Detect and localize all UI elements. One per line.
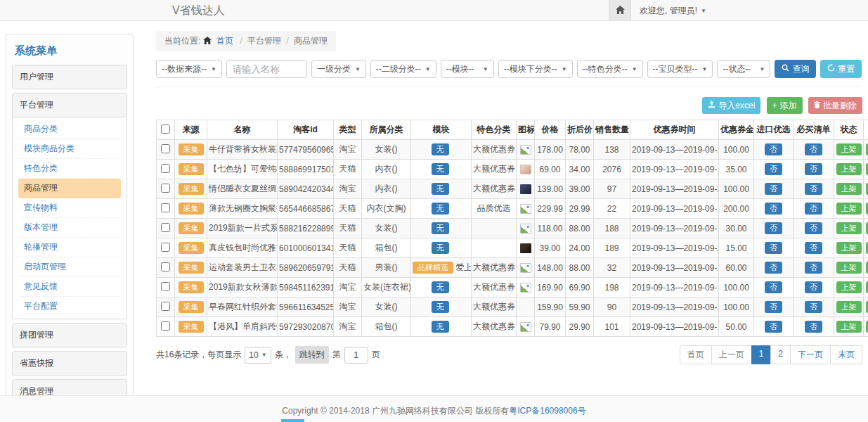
row-checkbox[interactable] [161,144,170,153]
must-buy-badge[interactable]: 否 [805,281,822,293]
must-buy-badge[interactable]: 否 [805,301,822,313]
must-buy-badge[interactable]: 否 [805,143,822,155]
sidebar-item[interactable]: 省惠快报 [12,351,127,376]
status-badge[interactable]: 上架 [836,163,862,175]
import-select-badge[interactable]: 否 [765,143,782,155]
submenu-link[interactable]: 启动页管理 [18,257,121,277]
column-header[interactable]: 所属分类 [362,120,411,140]
filter-select[interactable]: 一级分类 ▼ [311,60,366,78]
import-select-badge[interactable]: 否 [765,183,782,195]
filter-select[interactable]: --特色分类-- ▼ [577,60,643,78]
sidebar-item-label[interactable]: 平台管理 [13,94,127,117]
must-buy-badge[interactable]: 否 [805,262,822,274]
import-select-badge[interactable]: 否 [765,242,782,254]
column-header[interactable]: 进口优选 [754,120,793,140]
must-buy-badge[interactable]: 否 [805,163,822,175]
column-header[interactable]: 折后价 [566,120,594,140]
must-buy-badge[interactable]: 否 [805,321,822,333]
data-source-select[interactable]: --数据来源-- ▼ [156,60,222,78]
page-button[interactable]: 上一页 [711,345,752,364]
filter-select[interactable]: --宝贝类型-- ▼ [647,60,713,78]
name-search-input[interactable] [226,60,307,78]
column-header[interactable]: 图标 [517,120,535,140]
column-header[interactable]: 特色分类 [472,120,517,140]
row-checkbox[interactable] [161,282,170,291]
jump-button[interactable]: 跳转到 [295,346,329,364]
filter-select[interactable]: --模块下分类-- ▼ [498,60,573,78]
row-checkbox[interactable] [161,203,170,212]
sidebar-item-user-management[interactable]: 用户管理 [12,65,127,89]
status-badge[interactable]: 上架 [836,321,862,333]
column-header[interactable]: 类型 [334,120,362,140]
submenu-link[interactable]: 商品分类 [18,120,121,139]
status-badge[interactable]: 上架 [836,301,862,313]
import-select-badge[interactable]: 否 [765,321,782,333]
import-select-badge[interactable]: 否 [765,301,782,313]
breadcrumb-home-link[interactable]: 首页 [216,36,233,46]
select-all-checkbox[interactable] [161,124,170,134]
status-badge[interactable]: 上架 [836,143,862,155]
must-buy-badge[interactable]: 否 [805,203,822,215]
filter-select[interactable]: --状态-- ▼ [717,60,770,78]
column-header[interactable]: 来源 [175,120,207,140]
column-header[interactable]: 模块 [411,120,472,140]
row-checkbox[interactable] [161,223,170,232]
page-button[interactable]: 2 [770,345,791,364]
submenu-link[interactable]: 版本管理 [18,218,121,238]
per-page-select[interactable]: 10 ▼ [245,347,271,364]
row-checkbox[interactable] [161,184,170,193]
status-badge[interactable]: 上架 [836,203,862,215]
column-header[interactable]: 价格 [535,120,566,140]
submenu-link[interactable]: 模块商品分类 [18,139,121,159]
submenu-link[interactable]: 商品管理 [18,179,121,198]
page-button[interactable]: 1 [751,345,772,364]
add-button[interactable]: + 添加 [767,97,803,114]
must-buy-badge[interactable]: 否 [805,242,822,254]
filter-select[interactable]: --二级分类-- ▼ [370,60,436,78]
submenu-link[interactable]: 平台配置 [18,297,121,316]
import-select-badge[interactable]: 否 [765,222,782,234]
user-menu[interactable]: 欢迎您, 管理员! ▼ [631,0,715,21]
page-button[interactable]: 末页 [830,345,862,364]
column-header[interactable]: 销售数量 [594,120,630,140]
page-number-input[interactable] [344,347,368,364]
must-buy-badge[interactable]: 否 [805,222,822,234]
row-checkbox[interactable] [161,302,170,311]
home-button[interactable] [609,0,631,21]
row-checkbox[interactable] [161,262,170,271]
row-checkbox[interactable] [161,321,170,331]
icp-link[interactable]: 粤ICP备16098006号 [509,406,585,416]
page-button[interactable]: 首页 [680,345,712,364]
filter-select[interactable]: --模块-- ▼ [441,60,494,78]
status-badge[interactable]: 上架 [836,242,862,254]
column-header[interactable]: 优惠券金额 [719,120,754,140]
page-button[interactable]: 下一页 [790,345,831,364]
search-button[interactable]: 查询 [775,60,816,78]
status-badge[interactable]: 上架 [836,262,862,274]
import-select-badge[interactable]: 否 [765,163,782,175]
submenu-link[interactable]: 宣传物料 [18,198,121,218]
status-badge[interactable]: 上架 [836,183,862,195]
sidebar-item[interactable]: 拼团管理 [12,323,127,347]
import-excel-button[interactable]: 导入excel [702,97,760,114]
batch-delete-button[interactable]: 批量删除 [808,97,862,114]
sidebar-item-label[interactable]: 拼团管理 [13,324,127,347]
column-header[interactable]: 操作 [864,120,868,140]
column-header[interactable]: 名称 [207,120,278,140]
import-select-badge[interactable]: 否 [765,262,782,274]
sidebar-item-label[interactable]: 用户管理 [13,65,127,89]
import-select-badge[interactable]: 否 [765,281,782,293]
must-buy-badge[interactable]: 否 [805,183,822,195]
submenu-link[interactable]: 特色分类 [18,159,121,179]
status-badge[interactable]: 上架 [836,222,862,234]
submenu-link[interactable]: 轮播管理 [18,238,121,257]
row-checkbox[interactable] [161,164,170,173]
column-header[interactable]: 必买清单 [793,120,834,140]
status-badge[interactable]: 上架 [836,281,862,293]
row-checkbox[interactable] [161,243,170,252]
sidebar-item-label[interactable]: 省惠快报 [13,352,127,375]
submenu-link[interactable]: 意见反馈 [18,277,121,297]
column-header[interactable]: 淘客id [278,120,334,140]
import-select-badge[interactable]: 否 [765,203,782,215]
column-header[interactable]: 优惠券时间 [630,120,719,140]
